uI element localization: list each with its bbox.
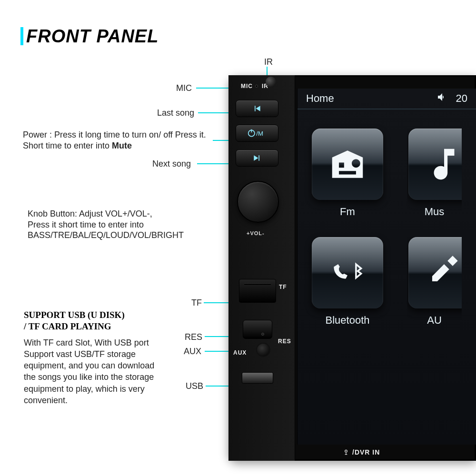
tile-bluetooth[interactable]: Bluetooth <box>312 237 383 327</box>
text: Power : Press it long time to turn on/ o… <box>23 130 206 139</box>
device-front-panel: MIC IR /M +VOL- TF RES AUX Home <box>228 75 476 461</box>
ir-sensor-icon <box>266 77 276 87</box>
radio-icon <box>327 144 368 185</box>
side-bezel: MIC IR /M +VOL- TF RES AUX <box>228 75 295 461</box>
volume-knob[interactable] <box>237 181 279 223</box>
power-mode-button[interactable]: /M <box>236 125 278 142</box>
slot-line-icon <box>244 283 271 285</box>
callout-res: RES <box>185 332 202 343</box>
tile-aux[interactable]: AU <box>407 237 462 327</box>
touch-screen[interactable]: Home 20 Fm Mus Bluetooth <box>297 89 476 445</box>
tile-label: Mus <box>425 206 445 218</box>
next-track-button[interactable] <box>236 149 278 167</box>
skip-next-icon <box>249 153 265 163</box>
dvr-in-label: /DVR IN <box>343 448 380 456</box>
svg-rect-1 <box>251 129 252 133</box>
device-mic-label: MIC <box>241 83 253 89</box>
reset-button[interactable] <box>243 320 272 339</box>
tile-label: Bluetooth <box>326 314 370 327</box>
callout-usb: USB <box>186 381 203 392</box>
device-aux-label: AUX <box>233 349 247 356</box>
mic-hole-icon <box>255 85 258 88</box>
text: Knob Button: Adjust VOL+/VOL-, <box>28 209 152 218</box>
callout-last-song: Last song <box>157 108 194 119</box>
music-note-icon <box>424 144 462 185</box>
text: /DVR IN <box>352 448 380 456</box>
power-m-icon: /M <box>243 129 271 138</box>
device-res-label: RES <box>278 338 291 345</box>
tile-label: AU <box>427 314 442 327</box>
mic-small-icon <box>343 449 349 456</box>
vol-label: +VOL- <box>247 230 265 236</box>
text: Short time to enter into <box>23 141 112 150</box>
app-grid: Fm Mus Bluetooth AU <box>298 109 476 346</box>
prev-track-button[interactable] <box>236 100 278 117</box>
support-body: With TF card Slot, With USB port Support… <box>24 337 167 407</box>
svg-text:/M: /M <box>256 130 263 137</box>
callout-power: Power : Press it long time to turn on/ o… <box>23 129 206 151</box>
tile-label: Fm <box>340 206 355 218</box>
tile-fm[interactable]: Fm <box>312 129 383 218</box>
aux-cable-icon <box>424 252 462 293</box>
support-heading: SUPPORT USB (U DISK) / TF CARD PLAYING <box>24 309 167 332</box>
leader-line <box>198 112 233 113</box>
callout-aux: AUX <box>184 346 201 357</box>
speaker-icon <box>436 91 447 106</box>
support-section: SUPPORT USB (U DISK) / TF CARD PLAYING W… <box>24 309 167 406</box>
reset-pinhole-icon <box>261 333 264 336</box>
text-mute: Mute <box>112 141 132 150</box>
svg-point-3 <box>345 450 347 452</box>
aux-jack[interactable] <box>256 343 270 357</box>
home-label: Home <box>306 92 427 105</box>
callout-next-song: Next song <box>152 159 191 169</box>
tf-card-slot[interactable] <box>239 279 276 303</box>
device-tf-label: TF <box>279 284 287 290</box>
callout-knob: Knob Button: Adjust VOL+/VOL-, Press it … <box>28 208 184 241</box>
status-bar: Home 20 <box>298 89 476 109</box>
text: / TF CARD PLAYING <box>24 321 111 331</box>
text: Press it short time to enter into <box>28 220 144 229</box>
usb-port[interactable] <box>242 372 273 384</box>
callout-mic: MIC <box>176 83 192 94</box>
page-title: FRONT PANEL <box>26 26 159 47</box>
callout-tf: TF <box>191 298 202 308</box>
leader-line <box>197 163 233 164</box>
leader-line <box>196 88 233 89</box>
volume-value: 20 <box>456 92 467 105</box>
tile-music[interactable]: Mus <box>407 129 462 218</box>
phone-bt-icon <box>327 252 368 293</box>
text: BASS/TRE/BAL/EQ/LOUD/VOL/BRIGHT <box>28 230 184 240</box>
text: SUPPORT USB (U DISK) <box>24 310 125 320</box>
skip-prev-icon <box>249 104 265 113</box>
ir-top-label: IR <box>264 57 273 67</box>
